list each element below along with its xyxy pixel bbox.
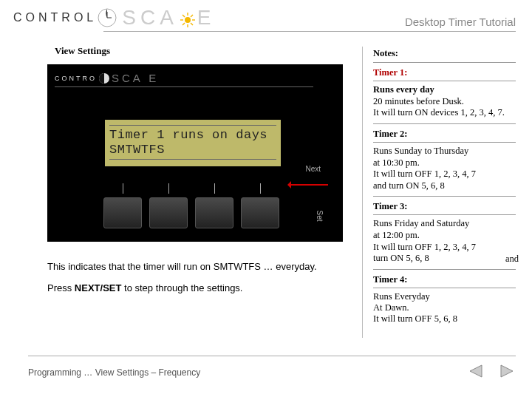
brand-scape-text: SCA E: [122, 6, 215, 30]
svg-line-8: [183, 15, 185, 17]
next-slide-button[interactable]: [498, 364, 516, 381]
svg-line-9: [191, 23, 193, 25]
svg-point-3: [185, 17, 191, 23]
page-header: CONTROL SCA E Desktop Timer Tutorial: [0, 0, 532, 31]
device-screenshot: CONTRO SCA E Timer 1 runs on days SMTWTF…: [47, 64, 343, 242]
moon-icon: [98, 72, 110, 84]
triangle-left-icon: [467, 364, 485, 378]
device-brand-scape: SCA E: [112, 72, 159, 84]
timer-4-body: Runs Everyday At Dawn. It will turn OFF …: [373, 291, 457, 324]
timer-3-heading: Timer 3:: [373, 201, 516, 215]
brand-logo: CONTROL SCA E: [13, 6, 216, 30]
hardware-button-1: [103, 197, 142, 228]
svg-line-10: [183, 23, 185, 25]
device-brand-divider: [55, 86, 313, 87]
brand-control-text: CONTROL: [13, 11, 97, 24]
timer-3-body: Runs Friday and Saturday at 12:00 pm. It…: [373, 218, 476, 263]
timer-1-runs: Runs every day: [373, 84, 434, 95]
hardware-button-2: [149, 197, 188, 228]
timer-4-block: Runs Everyday At Dawn. It will turn OFF …: [373, 291, 516, 325]
timer-2-body: Runs Sunday to Thursday at 10:30 pm. It …: [373, 146, 476, 191]
device-brand-control: CONTRO: [55, 75, 97, 82]
hardware-button-3: [195, 197, 233, 228]
svg-marker-14: [501, 365, 513, 377]
hardware-button-4: [241, 197, 279, 228]
footer-divider: [28, 356, 516, 356]
caption-line-2: Press NEXT/SET to step through the setti…: [47, 281, 362, 296]
svg-line-11: [191, 15, 193, 17]
timer-1-heading: Timer 1:: [373, 67, 516, 81]
hardware-button-row: [103, 197, 279, 228]
lcd-line-1: Timer 1 runs on days: [109, 128, 267, 142]
notes-heading: Notes:: [373, 48, 516, 63]
svg-marker-13: [470, 365, 482, 377]
timer-4-heading: Timer 4:: [373, 274, 516, 288]
sun-icon: [180, 10, 196, 26]
content-area: View Settings CONTRO SCA E Timer 1 runs …: [0, 32, 532, 338]
lcd-line-2: SMTWTFS: [109, 143, 165, 157]
device-lcd: Timer 1 runs on days SMTWTFS: [105, 120, 281, 166]
red-arrow-icon: [290, 184, 328, 186]
tutorial-title: Desktop Timer Tutorial: [405, 16, 516, 28]
left-column: View Settings CONTRO SCA E Timer 1 runs …: [44, 41, 362, 338]
device-brand: CONTRO SCA E: [55, 72, 159, 84]
set-button-label: Set: [316, 210, 324, 221]
timer-2-block: Runs Sunday to Thursday at 10:30 pm. It …: [373, 146, 516, 197]
notes-panel: Notes: Timer 1: Runs every day 20 minute…: [362, 47, 516, 338]
nav-arrow-group: [467, 364, 516, 381]
caption-line-1: This indicates that the timer will run o…: [47, 259, 362, 275]
clock-icon: [97, 7, 117, 28]
stray-and-text: and: [505, 254, 519, 265]
prev-slide-button[interactable]: [467, 364, 485, 381]
triangle-right-icon: [498, 364, 516, 378]
timer-1-block: Runs every day 20 minutes before Dusk. I…: [373, 84, 516, 124]
breadcrumb: Programming … View Settings – Frequency: [28, 367, 200, 378]
next-button-label: Next: [305, 165, 321, 173]
page-footer: Programming … View Settings – Frequency: [0, 356, 532, 381]
timer-1-body: 20 minutes before Dusk. It will turn ON …: [373, 96, 505, 118]
timer-3-block: Runs Friday and Saturday at 12:00 pm. It…: [373, 218, 516, 270]
timer-2-heading: Timer 2:: [373, 129, 516, 143]
caption-text: This indicates that the timer will run o…: [47, 259, 362, 296]
section-title: View Settings: [55, 45, 362, 57]
